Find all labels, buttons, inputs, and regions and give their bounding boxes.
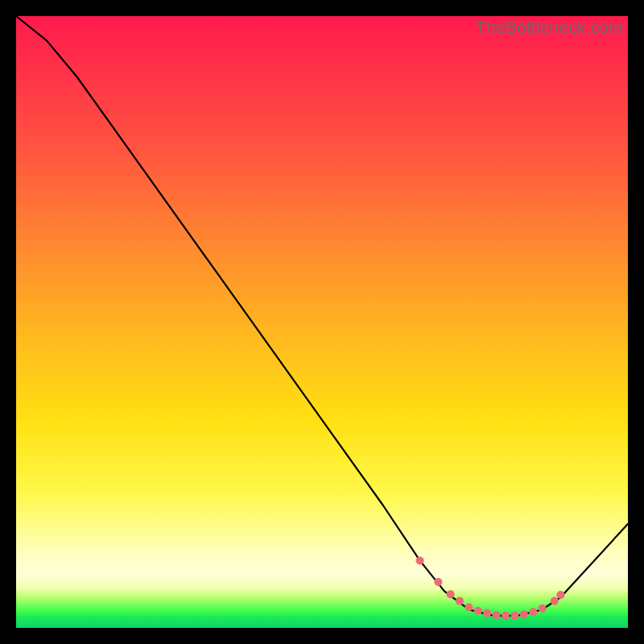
highlight-dot xyxy=(456,597,464,605)
highlight-dot xyxy=(529,608,537,616)
chart-frame: TheBottleneck.com xyxy=(16,16,628,628)
highlight-dot xyxy=(416,556,424,564)
chart-curve xyxy=(16,16,628,616)
highlight-dot xyxy=(551,597,559,605)
chart-svg xyxy=(16,16,628,628)
watermark-text: TheBottleneck.com xyxy=(476,18,623,37)
highlight-dot xyxy=(510,612,518,620)
highlight-dot xyxy=(434,578,442,586)
highlight-dot xyxy=(464,603,473,611)
chart-highlight-dots xyxy=(416,556,565,619)
highlight-dot xyxy=(483,609,491,617)
highlight-dot xyxy=(520,610,528,618)
highlight-dot xyxy=(556,591,564,599)
highlight-dot xyxy=(474,607,482,615)
highlight-dot xyxy=(539,605,547,613)
highlight-dot xyxy=(493,611,501,619)
highlight-dot xyxy=(502,612,510,620)
highlight-dot xyxy=(447,590,455,598)
